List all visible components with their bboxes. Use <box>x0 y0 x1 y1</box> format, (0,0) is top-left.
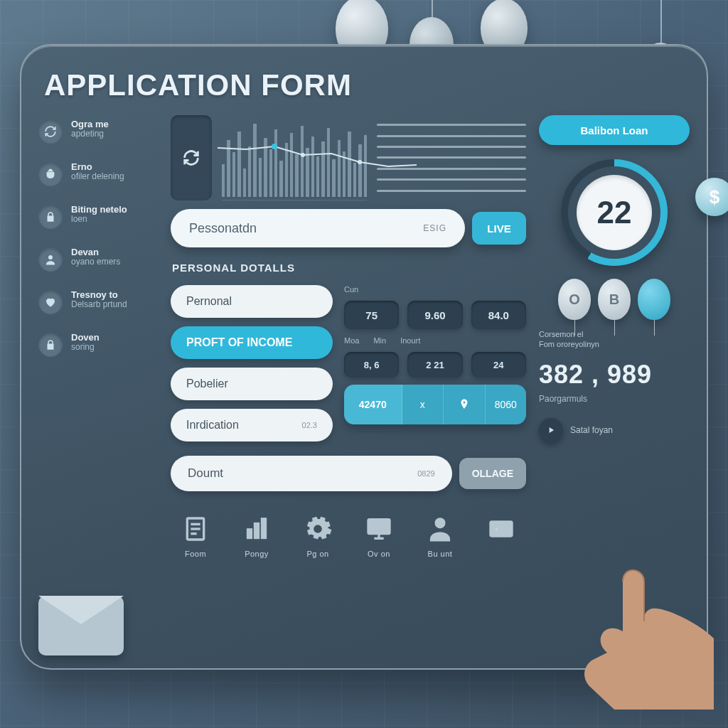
balloon-loan-button[interactable]: Balibon Loan <box>539 115 690 145</box>
stat-chip: 2 21 <box>407 352 462 378</box>
chart-refresh-icon[interactable] <box>171 115 212 200</box>
play-button[interactable] <box>539 418 563 442</box>
svg-point-0 <box>48 255 53 259</box>
chart-row <box>171 115 526 200</box>
balloon-b-icon: B <box>598 279 631 320</box>
mini-balloons: O B <box>558 279 670 320</box>
amount-input[interactable]: Doumt 0829 <box>171 456 452 491</box>
sidebar-item-label: Ogra me <box>71 119 109 129</box>
gear-icon <box>301 513 334 545</box>
search-suffix: ESIG <box>423 223 446 233</box>
dock-chart[interactable]: Pongy <box>240 513 273 558</box>
sidebar-item-bag[interactable]: Ernoofiler delening <box>38 162 158 186</box>
sidebar-item-heart[interactable]: Tresnoy toDelsarb prtund <box>38 290 158 314</box>
main-panel: Pessonatdn ESIG LIVE PERSONAL DOTALLS Pe… <box>171 115 526 655</box>
sidebar-item-lock2[interactable]: Dovensoring <box>38 333 158 357</box>
user-icon <box>38 247 63 272</box>
dock: Foom Pongy Pg on Ov on Bu unt <box>171 500 526 560</box>
svg-rect-8 <box>368 520 390 534</box>
bag-icon <box>38 162 63 186</box>
sidebar: Ogra meapdeting Ernoofiler delening Biti… <box>38 115 158 655</box>
sidebar-item-user[interactable]: Devanoyano emers <box>38 247 158 272</box>
sidebar-item-label: Tresnoy to <box>71 290 127 300</box>
amount-label: Doumt <box>188 466 223 481</box>
sidebar-item-label: Biting netelo <box>71 205 127 215</box>
stat-chip: 84.0 <box>471 301 526 329</box>
right-rail: Balibon Loan 22 O B Corsemon elFom orore… <box>539 115 690 655</box>
live-button[interactable]: LIVE <box>472 212 526 245</box>
balloon-o-icon: O <box>558 279 591 320</box>
svg-point-11 <box>435 518 444 528</box>
id-card-icon <box>485 513 518 545</box>
stats-panel: Cun 75 9.60 84.0 Moa Min Inourt 8, 6 2 2… <box>344 285 526 441</box>
sidebar-item-lock[interactable]: Biting neteloloen <box>38 205 158 229</box>
lock-icon <box>38 205 63 229</box>
gauge-value: 22 <box>577 175 652 250</box>
bars-icon <box>240 513 273 545</box>
step-personal[interactable]: Pernonal <box>171 285 333 318</box>
summary-amount-label: Paorgarmuls <box>539 394 587 404</box>
stat-chip: 75 <box>344 301 399 329</box>
stat-chip: 8, 6 <box>344 352 399 378</box>
envelope-icon <box>38 596 124 655</box>
step-list: Pernonal PROFT OF INCOME Pobelier Inrdic… <box>171 285 333 441</box>
sidebar-item-label: Devan <box>71 247 120 257</box>
sidebar-item-label: Erno <box>71 162 124 172</box>
ollage-button[interactable]: OLLAGE <box>459 458 526 489</box>
dock-monitor[interactable]: Ov on <box>363 513 395 558</box>
step-proof-of-income[interactable]: PROFT OF INCOME <box>171 326 333 359</box>
dollar-icon: $ <box>695 178 728 216</box>
play-label: Satal foyan <box>570 425 613 435</box>
search-placeholder: Pessonatdn <box>189 221 257 236</box>
heart-icon <box>38 290 63 314</box>
sidebar-item-label: Doven <box>71 333 100 343</box>
page-title: APPLICATION FORM <box>38 65 690 115</box>
person-icon <box>424 513 456 545</box>
amount-suffix: 0829 <box>417 469 434 478</box>
ruled-lines <box>377 115 526 200</box>
summary-amount: 382 , 989 <box>539 360 652 390</box>
document-icon <box>179 513 212 545</box>
svg-rect-5 <box>247 529 252 538</box>
dock-profile[interactable]: Bu unt <box>424 513 456 558</box>
progress-gauge: 22 <box>561 159 668 266</box>
sidebar-item-refresh[interactable]: Ogra meapdeting <box>38 119 158 144</box>
sparkline-bars <box>222 115 367 200</box>
dock-settings[interactable]: Pg on <box>301 513 334 558</box>
search-input[interactable]: Pessonatdn ESIG <box>171 209 465 247</box>
svg-point-13 <box>494 527 499 532</box>
svg-rect-6 <box>255 523 259 539</box>
stat-chip: 24 <box>471 352 526 378</box>
seg-value[interactable]: 42470 <box>344 385 402 424</box>
balloon-blank-icon <box>638 279 670 320</box>
segmented-control[interactable]: 42470 x 8060 <box>344 385 526 424</box>
section-heading: PERSONAL DOTALLS <box>172 262 526 274</box>
dock-card[interactable] <box>485 513 518 558</box>
refresh-icon <box>38 119 63 144</box>
tablet-frame: APPLICATION FORM Ogra meapdeting Ernoofi… <box>20 44 708 670</box>
seg-close-icon[interactable]: x <box>402 385 444 424</box>
step-pobelier[interactable]: Pobelier <box>171 368 333 400</box>
stat-chip: 9.60 <box>407 301 462 329</box>
lock-icon <box>38 333 63 357</box>
seg-pin-icon[interactable] <box>444 385 486 424</box>
step-indication[interactable]: Inrdication02.3 <box>171 409 333 441</box>
monitor-icon <box>363 513 395 545</box>
seg-value[interactable]: 8060 <box>486 385 527 424</box>
dock-form[interactable]: Foom <box>179 513 212 558</box>
svg-rect-7 <box>262 518 267 538</box>
